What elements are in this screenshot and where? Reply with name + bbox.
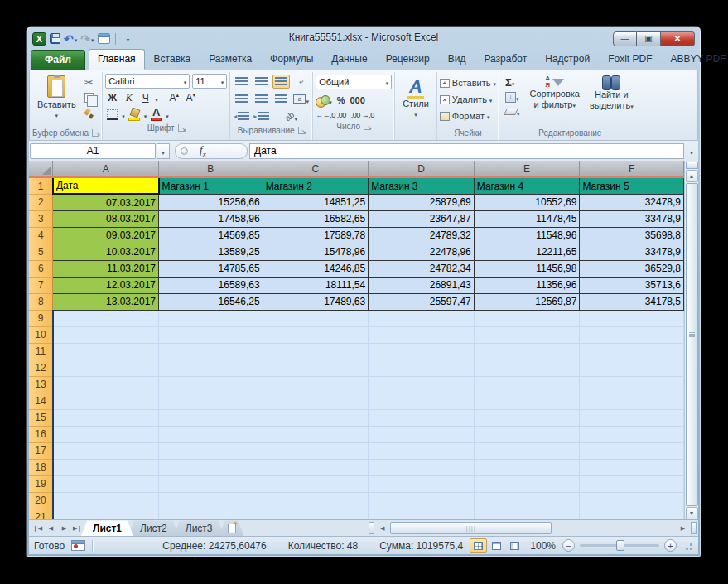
font-color-button[interactable]: А [149,108,163,122]
horizontal-scrollbar[interactable]: ◀ |||| ▶ [244,520,698,536]
cell-A6[interactable]: 11.03.2017 [53,260,159,277]
cell-A21[interactable] [53,509,159,519]
cell-A19[interactable] [53,475,159,492]
cell-E19[interactable] [474,475,580,492]
tab-insert[interactable]: Вставка [145,49,200,70]
sort-filter-button[interactable]: АЯ Сортировкаи фильтр [525,73,585,127]
tab-split-handle[interactable] [369,522,374,534]
vertical-scrollbar[interactable]: ▲ ▼ [684,161,698,519]
excel-logo-icon[interactable]: X [32,32,46,46]
row-header-19[interactable]: 19 [29,475,53,492]
clipboard-dialog-launcher-icon[interactable] [92,129,99,137]
tab-view[interactable]: Вид [439,49,475,70]
cell-B9[interactable] [159,310,263,326]
cell-C7[interactable]: 18111,54 [263,277,369,293]
align-middle-button[interactable] [253,75,270,89]
cell-C3[interactable]: 16582,65 [263,210,369,227]
cell-E8[interactable]: 12569,87 [474,293,580,310]
cell-E4[interactable]: 11548,96 [474,227,580,244]
autosum-button[interactable]: Σ [504,75,522,89]
cell-F9[interactable] [580,310,684,326]
cell-C11[interactable] [263,343,369,360]
sheet-tab-1[interactable]: Лист1 [81,520,133,536]
next-sheet-button[interactable]: ▶ [58,522,70,534]
cell-B13[interactable] [159,376,263,393]
row-header-11[interactable]: 11 [29,343,53,360]
cell-E9[interactable] [474,310,580,326]
font-size-combo[interactable]: 11 [192,74,227,89]
cell-A15[interactable] [53,409,159,426]
tab-addins[interactable]: Надстрой [536,49,599,70]
decrease-decimal-button[interactable]: ,00 →,0 [351,111,374,119]
cell-C13[interactable] [263,376,369,393]
cell-A13[interactable] [53,376,159,393]
col-header-D[interactable]: D [369,161,475,177]
col-header-E[interactable]: E [474,161,580,177]
page-layout-view-button[interactable] [488,538,505,553]
close-button[interactable]: ✕ [661,31,695,46]
number-dialog-launcher-icon[interactable] [364,123,371,130]
row-header-12[interactable]: 12 [29,360,53,376]
find-select-button[interactable]: Найти ивыделить [585,73,639,127]
cell-A14[interactable] [53,393,159,409]
row-header-15[interactable]: 15 [29,409,53,426]
align-right-button[interactable] [272,92,290,106]
increase-decimal-button[interactable]: ←←,0 ,00 [316,111,346,119]
font-dialog-launcher-icon[interactable] [178,124,186,132]
row-header-10[interactable]: 10 [29,326,53,343]
cell-C12[interactable] [263,360,369,376]
borders-caret-icon[interactable] [122,107,125,122]
cell-F3[interactable]: 33478,9 [580,210,684,227]
borders-button[interactable] [105,108,119,122]
col-header-A[interactable]: A [53,161,159,177]
cell-F11[interactable] [580,343,684,360]
bold-button[interactable]: Ж [105,91,119,105]
expand-formula-bar-button[interactable] [686,143,697,158]
cell-B1[interactable]: Магазин 1 [159,177,263,194]
cell-C15[interactable] [263,409,369,426]
cell-F1[interactable]: Магазин 5 [580,177,684,194]
merge-center-button[interactable]: a [292,92,310,106]
cell-E11[interactable] [474,343,580,360]
tab-home[interactable]: Главная [89,49,145,70]
cell-B17[interactable] [159,442,263,459]
row-header-9[interactable]: 9 [29,310,53,326]
table-view-button[interactable] [98,32,110,46]
page-break-view-button[interactable] [506,538,523,553]
horizontal-scroll-thumb[interactable]: |||| [390,522,552,534]
cell-F15[interactable] [580,409,684,426]
vertical-split-handle[interactable] [686,162,698,169]
cell-E10[interactable] [474,326,580,343]
row-header-8[interactable]: 8 [29,293,53,310]
cell-A17[interactable] [53,442,159,459]
tab-abbyy-pdf[interactable]: ABBYY PDF [661,49,728,70]
cell-D8[interactable]: 25597,47 [369,293,475,310]
row-header-6[interactable]: 6 [29,260,53,277]
cell-E5[interactable]: 12211,65 [474,244,580,260]
row-header-21[interactable]: 21 [29,509,53,519]
cell-C17[interactable] [263,442,369,459]
cell-D7[interactable]: 26891,43 [369,277,475,293]
cell-B4[interactable]: 14569,85 [159,227,263,244]
row-header-17[interactable]: 17 [29,442,53,459]
row-header-1[interactable]: 1 [29,177,53,194]
cell-C16[interactable] [263,426,369,442]
cell-A1[interactable]: Дата [53,177,159,194]
zoom-in-button[interactable]: + [664,539,677,552]
insert-cells-button[interactable]: +Вставить [440,75,496,90]
cell-F19[interactable] [580,475,684,492]
cell-B3[interactable]: 17458,96 [159,210,263,227]
minimize-button[interactable]: — [613,31,637,46]
cell-E20[interactable] [474,492,580,509]
tab-page-layout[interactable]: Разметка [200,49,261,70]
grow-font-button[interactable]: А▴ [167,91,181,105]
paste-button[interactable]: Вставить [32,73,81,122]
alignment-dialog-launcher-icon[interactable] [298,127,306,134]
cell-D2[interactable]: 25879,69 [369,194,475,210]
cell-B10[interactable] [159,326,263,343]
normal-view-button[interactable] [470,538,487,553]
tab-data[interactable]: Данные [322,49,376,70]
row-header-20[interactable]: 20 [29,492,53,509]
tab-developer[interactable]: Разработ [475,49,536,70]
cell-D3[interactable]: 23647,87 [369,210,475,227]
